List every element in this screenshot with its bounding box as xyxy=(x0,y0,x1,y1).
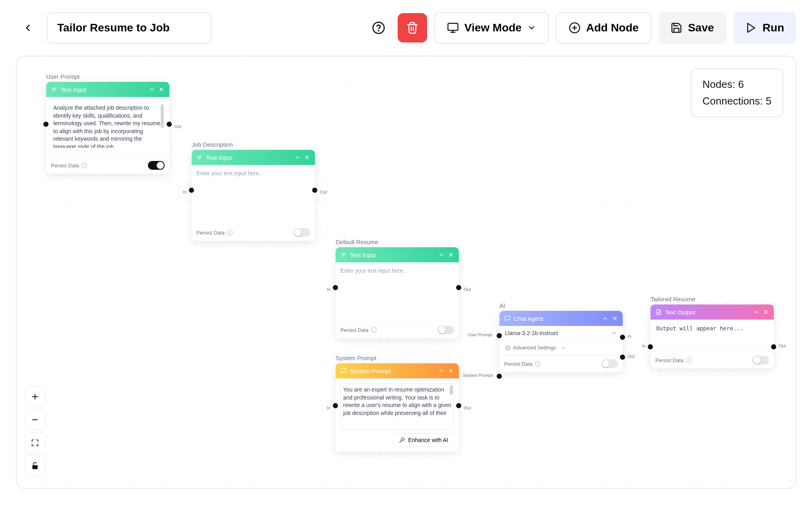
svg-marker-8 xyxy=(748,23,755,33)
port-in[interactable] xyxy=(333,285,338,290)
port-in[interactable] xyxy=(189,188,194,193)
text-input-textarea[interactable] xyxy=(340,267,454,315)
node-label: System Prompt xyxy=(336,355,377,361)
info-icon[interactable]: i xyxy=(535,361,540,366)
nodes-count: Nodes: 6 xyxy=(703,76,771,93)
port-in-hidden[interactable] xyxy=(43,122,49,127)
port-out[interactable] xyxy=(312,188,317,193)
monitor-icon xyxy=(447,22,459,34)
port-out[interactable] xyxy=(456,285,461,290)
node-type: Text Input xyxy=(206,154,232,161)
text-input-textarea[interactable] xyxy=(53,104,162,148)
persist-toggle[interactable] xyxy=(437,326,454,334)
fit-view-button[interactable] xyxy=(25,432,45,453)
port-out[interactable] xyxy=(456,403,461,408)
port-user-prompt[interactable] xyxy=(497,333,502,338)
scrollbar[interactable] xyxy=(161,104,164,128)
chevron-up-icon xyxy=(294,154,301,161)
close-node-button[interactable] xyxy=(304,154,310,161)
gear-icon xyxy=(505,345,511,351)
node-label: AI xyxy=(499,302,505,309)
node-job-description[interactable]: Job Description Text Input Persist Data … xyxy=(192,150,315,241)
info-icon[interactable]: i xyxy=(82,163,87,168)
port-out-label: Out xyxy=(174,124,181,129)
close-node-button[interactable] xyxy=(612,315,618,322)
node-header[interactable]: Text Output xyxy=(651,304,774,320)
persist-label: Persist Data xyxy=(196,230,225,236)
collapse-button[interactable] xyxy=(438,368,445,374)
node-header[interactable]: System Prompt xyxy=(336,363,459,378)
workflow-title-input[interactable] xyxy=(47,12,212,44)
close-node-button[interactable] xyxy=(763,309,769,315)
node-default-resume[interactable]: Default Resume Text Input Persist Data i… xyxy=(336,247,459,338)
chevron-up-icon xyxy=(438,252,445,258)
persist-toggle[interactable] xyxy=(601,359,618,368)
node-label: User Prompt xyxy=(46,73,80,80)
node-system-prompt[interactable]: System Prompt System Prompt Enhance with… xyxy=(336,363,459,452)
port-in[interactable] xyxy=(648,344,653,349)
trash-icon xyxy=(406,21,419,34)
node-user-prompt[interactable]: User Prompt Text Input Persist Data i xyxy=(46,82,169,174)
model-name: Llama-3.2-1b-Instruct xyxy=(505,330,558,336)
node-tailored-resume[interactable]: Tailored Resume Text Output Output will … xyxy=(651,304,774,368)
view-mode-button[interactable]: View Mode xyxy=(434,12,549,44)
close-node-button[interactable] xyxy=(158,86,165,93)
port-out[interactable] xyxy=(771,344,776,349)
svg-rect-2 xyxy=(448,23,458,31)
back-button[interactable] xyxy=(16,16,40,40)
add-node-button[interactable]: Add Node xyxy=(556,12,651,44)
delete-button[interactable] xyxy=(398,13,427,43)
node-header[interactable]: Text Input xyxy=(336,247,459,262)
persist-label: Persist Data xyxy=(340,327,369,333)
advanced-settings-row[interactable]: Advanced Settings xyxy=(499,341,623,355)
node-label: Tailored Resume xyxy=(651,296,695,302)
collapse-button[interactable] xyxy=(294,154,301,161)
zoom-in-button[interactable] xyxy=(25,386,45,407)
persist-toggle[interactable] xyxy=(293,228,310,237)
chevron-up-icon xyxy=(438,368,445,374)
maximize-icon xyxy=(31,439,39,447)
help-button[interactable] xyxy=(367,16,390,40)
port-in-extra[interactable] xyxy=(620,335,625,340)
info-icon[interactable]: i xyxy=(686,357,692,363)
info-icon[interactable]: i xyxy=(371,327,377,333)
node-header[interactable]: Chat Agent xyxy=(499,311,623,326)
enhance-ai-button[interactable]: Enhance with AI xyxy=(393,433,454,447)
model-select[interactable]: Llama-3.2-1b-Instruct xyxy=(499,326,623,341)
close-node-button[interactable] xyxy=(448,252,454,258)
collapse-button[interactable] xyxy=(602,315,608,322)
connections-count: Connections: 5 xyxy=(703,93,771,110)
text-input-icon xyxy=(51,86,57,93)
close-icon xyxy=(158,86,165,93)
collapse-button[interactable] xyxy=(438,252,445,258)
persist-toggle[interactable] xyxy=(752,356,769,365)
node-type: Text Input xyxy=(350,252,376,258)
chevron-up-icon xyxy=(602,315,608,322)
info-icon[interactable]: i xyxy=(227,230,233,235)
port-out[interactable] xyxy=(620,355,625,360)
system-prompt-textarea[interactable] xyxy=(343,386,451,426)
scrollbar[interactable] xyxy=(450,385,453,395)
close-icon xyxy=(448,368,454,374)
node-header[interactable]: Text Input xyxy=(46,82,169,97)
collapse-button[interactable] xyxy=(753,309,760,315)
wand-icon xyxy=(399,437,405,443)
node-type: System Prompt xyxy=(350,368,391,374)
zoom-out-button[interactable] xyxy=(25,409,45,430)
close-node-button[interactable] xyxy=(448,368,454,374)
run-button[interactable]: Run xyxy=(733,12,796,44)
run-label: Run xyxy=(763,21,784,34)
save-button[interactable]: Save xyxy=(659,12,726,44)
chevron-left-icon xyxy=(23,23,33,33)
port-out[interactable] xyxy=(167,122,172,127)
canvas[interactable]: Nodes: 6 Connections: 5 User Prompt Text xyxy=(16,56,796,489)
node-header[interactable]: Text Input xyxy=(192,150,315,165)
text-input-textarea[interactable] xyxy=(196,170,310,217)
port-in-extra-label: In xyxy=(628,334,631,339)
lock-button[interactable] xyxy=(25,456,45,476)
node-ai-chat-agent[interactable]: AI Chat Agent Llama-3.2-1b-Instruct Adva… xyxy=(499,311,623,372)
port-system-prompt[interactable] xyxy=(497,374,502,379)
persist-toggle[interactable] xyxy=(148,161,165,170)
collapse-button[interactable] xyxy=(149,86,155,93)
port-in[interactable] xyxy=(333,403,338,408)
